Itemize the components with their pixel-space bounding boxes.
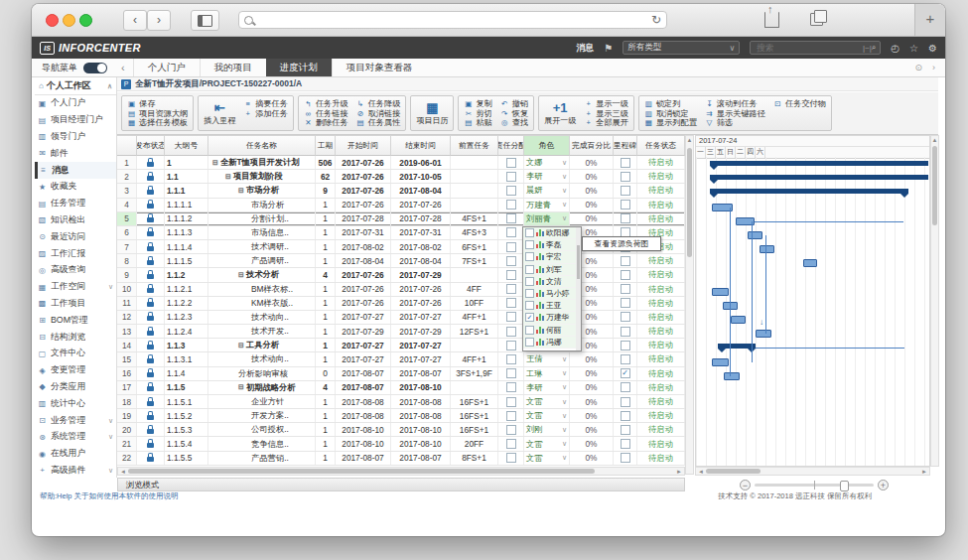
tab-进度计划[interactable]: 进度计划 <box>266 59 332 76</box>
role-cell[interactable]: 工琳∨ <box>524 367 570 380</box>
star-icon[interactable]: ☆ <box>909 43 918 54</box>
assign-checkbox[interactable] <box>506 382 516 392</box>
toolbar-button-插入里程[interactable]: ⇤插入里程 <box>204 98 235 128</box>
assign-cell[interactable] <box>498 352 524 365</box>
sidebar-item-最近访问[interactable]: ⊙最近访问 <box>35 228 116 245</box>
milestone-checkbox[interactable] <box>621 200 630 210</box>
role-cell[interactable]: 万建青∨ <box>524 199 570 211</box>
assign-checkbox[interactable] <box>506 298 516 308</box>
close-window-button[interactable] <box>46 14 59 27</box>
assign-cell[interactable] <box>498 452 524 465</box>
sidebar-item-工作空间[interactable]: ▦工作空间∨ <box>35 279 116 296</box>
chevron-down-icon[interactable]: ∨ <box>562 440 567 448</box>
assign-cell[interactable] <box>498 226 524 239</box>
role-cell[interactable]: 刘刚∨ <box>524 423 570 436</box>
help-footer-text[interactable]: 帮助:Help 关于如何使用本软件的使用说明 <box>40 491 179 501</box>
table-row[interactable]: 211.1.5.4竞争信息..12017-08-102017-08-1020FF… <box>117 437 685 451</box>
resource-checkbox[interactable] <box>525 301 534 310</box>
milestone-cell[interactable] <box>614 423 637 436</box>
search-icon[interactable]: ⌕ <box>872 43 876 53</box>
sidebar-item-分类应用[interactable]: ◆分类应用 <box>35 379 116 396</box>
table-horizontal-scrollbar[interactable]: ◄ ► <box>117 467 685 476</box>
gantt-bar-task[interactable] <box>756 330 771 338</box>
sidebar-toggle-button[interactable] <box>191 10 219 31</box>
assign-cell[interactable] <box>498 297 524 310</box>
milestone-cell[interactable]: ✓ <box>614 367 637 380</box>
table-row[interactable]: 31.1.1⊟市场分析92017-07-262017-08-04晨妍∨0%待启动 <box>117 184 685 198</box>
milestone-cell[interactable] <box>614 170 637 183</box>
assign-cell[interactable] <box>498 409 524 422</box>
resource-checkbox[interactable] <box>525 289 534 298</box>
assign-checkbox[interactable] <box>506 368 516 378</box>
chevron-down-icon[interactable]: ∨ <box>562 369 567 377</box>
assign-cell[interactable] <box>498 423 524 436</box>
sidebar-item-个人门户[interactable]: ▣个人门户 <box>35 95 116 112</box>
milestone-checkbox[interactable] <box>621 172 630 182</box>
table-row[interactable]: 141.1.3⊟工具分析12017-07-272017-07-27敏霏∨0%待启… <box>117 339 685 352</box>
scroll-left-icon[interactable]: ◄ <box>120 468 126 476</box>
toolbar-button-查找[interactable]: ◎查找 <box>500 118 528 127</box>
task-name-cell[interactable]: 开发方案.. <box>208 409 316 422</box>
reload-icon[interactable]: ↻ <box>651 13 661 27</box>
resource-checkbox[interactable] <box>525 265 534 274</box>
assign-cell[interactable] <box>498 268 524 281</box>
breadcrumb-path[interactable]: 全新T恤开发项目/PROJECT-150227-0001/A <box>135 78 302 90</box>
view-mode-bar[interactable]: 浏览模式 <box>117 478 685 491</box>
toolbar-button-任务交付物[interactable]: ⊡任务交付物 <box>773 99 826 108</box>
nav-menu-toggle[interactable] <box>83 63 107 73</box>
sidebar-item-结构浏览[interactable]: ⊟结构浏览 <box>35 329 116 346</box>
gantt-bar-task[interactable] <box>731 316 746 324</box>
milestone-checkbox[interactable] <box>621 453 630 463</box>
task-name-cell[interactable]: ⊟项目策划阶段 <box>208 170 316 183</box>
resource-checkbox[interactable]: ✓ <box>525 313 534 322</box>
sidebar-item-消息[interactable]: ≡消息 <box>35 162 116 179</box>
table-row[interactable]: 151.1.3.1技术动向..12017-07-272017-07-274FF+… <box>117 352 685 366</box>
task-name-cell[interactable]: ⊟全新T恤项目开发计划 <box>208 156 316 169</box>
assign-checkbox[interactable] <box>506 200 516 210</box>
table-row[interactable]: 161.1.4分析影响审核02017-08-072017-08-073FS+1,… <box>117 367 685 381</box>
sidebar-item-在线用户[interactable]: ◉在线用户 <box>35 446 116 463</box>
gantt-bar-summary[interactable] <box>710 175 928 180</box>
assign-cell[interactable] <box>498 381 524 394</box>
sidebar-item-变更管理[interactable]: ◈变更管理 <box>35 362 116 379</box>
scrollbar-thumb[interactable] <box>128 469 595 474</box>
sidebar-item-项目经理门户[interactable]: ▤项目经理门户 <box>35 112 116 129</box>
resource-option-文清[interactable]: 文清 <box>523 276 581 288</box>
chevron-down-icon[interactable]: ∨ <box>562 412 567 420</box>
table-row[interactable]: 171.1.5⊟初期战略分析42017-08-072017-08-10李研∨0%… <box>117 381 685 395</box>
table-row[interactable]: 111.1.2.2KM样衣版..12017-07-262017-07-2610F… <box>117 297 685 311</box>
task-name-cell[interactable]: 技术调研.. <box>208 240 316 253</box>
zoom-window-button[interactable] <box>79 14 92 27</box>
scrollbar-thumb[interactable] <box>706 469 761 474</box>
milestone-cell[interactable] <box>614 452 637 465</box>
task-name-cell[interactable]: 市场分析 <box>208 199 316 211</box>
assign-cell[interactable] <box>498 199 524 211</box>
resource-option-王亚[interactable]: 王亚 <box>523 300 581 312</box>
resource-option-马小婷[interactable]: 马小婷 <box>523 288 581 300</box>
milestone-checkbox[interactable] <box>621 425 630 435</box>
chevron-down-icon[interactable]: ∨ <box>562 173 567 181</box>
toolbar-button-全部展开[interactable]: +全部展开 <box>584 118 628 127</box>
sidebar-item-文件中心[interactable]: ▢文件中心 <box>35 346 116 362</box>
sidebar-item-工作汇报[interactable]: ▨工作汇报 <box>35 245 116 262</box>
tab-个人门户[interactable]: 个人门户 <box>133 59 200 76</box>
milestone-cell[interactable] <box>614 199 637 211</box>
assign-checkbox[interactable] <box>506 327 516 337</box>
task-name-cell[interactable]: 技术开发.. <box>208 325 316 338</box>
resource-checkbox[interactable] <box>525 240 534 249</box>
role-cell[interactable]: 晨妍∨ <box>524 184 570 197</box>
milestone-checkbox[interactable] <box>621 256 630 266</box>
role-cell[interactable]: 文雷∨ <box>524 409 570 422</box>
assign-checkbox[interactable] <box>506 397 516 407</box>
assign-checkbox[interactable] <box>506 439 516 449</box>
resource-checkbox[interactable] <box>525 338 534 347</box>
milestone-checkbox[interactable] <box>621 213 630 223</box>
assign-checkbox[interactable] <box>506 158 516 168</box>
table-row[interactable]: 201.1.5.3公司授权..12017-08-102017-08-1016FS… <box>117 423 685 437</box>
task-name-cell[interactable]: 公司授权.. <box>208 423 316 436</box>
assign-cell[interactable] <box>498 325 524 338</box>
resource-option-宇宏[interactable]: 宇宏 <box>523 251 581 263</box>
global-search-box[interactable]: |~| ⌕ <box>750 41 881 55</box>
role-cell[interactable]: 李研∨ <box>524 381 570 394</box>
role-cell[interactable]: 李研∨ <box>524 170 570 183</box>
